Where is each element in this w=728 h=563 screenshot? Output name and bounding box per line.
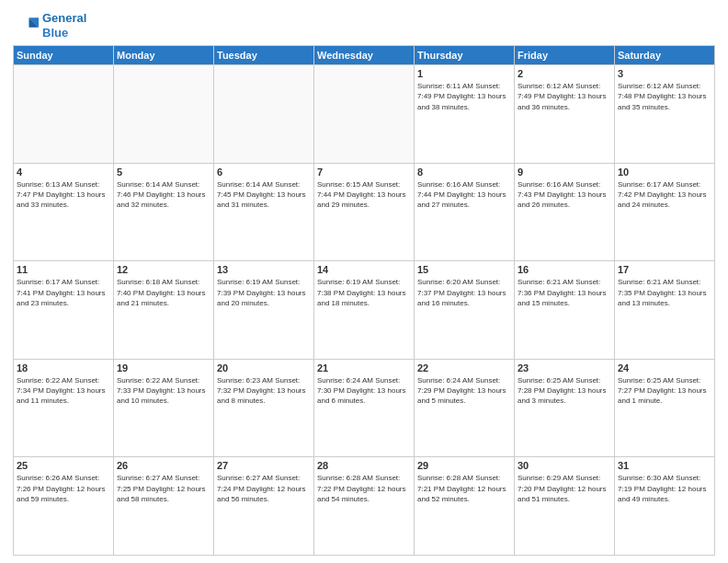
day-info: Sunrise: 6:29 AM Sunset: 7:20 PM Dayligh… <box>518 473 611 504</box>
day-number: 15 <box>417 264 511 275</box>
calendar-cell: 29Sunrise: 6:28 AM Sunset: 7:21 PM Dayli… <box>415 457 515 556</box>
day-info: Sunrise: 6:21 AM Sunset: 7:35 PM Dayligh… <box>618 277 711 308</box>
day-info: Sunrise: 6:14 AM Sunset: 7:46 PM Dayligh… <box>117 179 210 211</box>
day-number: 12 <box>117 264 210 275</box>
logo-text: General Blue <box>42 11 86 40</box>
day-number: 14 <box>317 264 411 275</box>
day-number: 26 <box>117 460 210 471</box>
calendar-cell: 4Sunrise: 6:13 AM Sunset: 7:47 PM Daylig… <box>14 163 114 261</box>
day-info: Sunrise: 6:26 AM Sunset: 7:26 PM Dayligh… <box>17 473 110 504</box>
calendar-cell: 15Sunrise: 6:20 AM Sunset: 7:37 PM Dayli… <box>415 261 515 360</box>
day-number: 31 <box>618 460 711 471</box>
calendar-cell: 3Sunrise: 6:12 AM Sunset: 7:48 PM Daylig… <box>615 65 715 164</box>
calendar-cell: 12Sunrise: 6:18 AM Sunset: 7:40 PM Dayli… <box>114 261 214 360</box>
calendar-cell: 22Sunrise: 6:24 AM Sunset: 7:29 PM Dayli… <box>415 359 515 457</box>
calendar-cell: 27Sunrise: 6:27 AM Sunset: 7:24 PM Dayli… <box>214 457 314 556</box>
day-number: 21 <box>317 362 411 373</box>
logo-icon <box>13 13 39 39</box>
day-number: 4 <box>17 167 110 178</box>
day-info: Sunrise: 6:23 AM Sunset: 7:32 PM Dayligh… <box>217 375 311 407</box>
day-number: 11 <box>17 264 110 275</box>
day-number: 9 <box>518 167 611 178</box>
calendar-cell: 26Sunrise: 6:27 AM Sunset: 7:25 PM Dayli… <box>114 457 214 556</box>
page: General Blue SundayMondayTuesdayWednesda… <box>0 0 728 563</box>
calendar-cell: 23Sunrise: 6:25 AM Sunset: 7:28 PM Dayli… <box>515 359 615 457</box>
logo: General Blue <box>13 11 86 40</box>
weekday-header: Tuesday <box>214 46 314 65</box>
day-info: Sunrise: 6:30 AM Sunset: 7:19 PM Dayligh… <box>618 473 711 504</box>
calendar-cell: 21Sunrise: 6:24 AM Sunset: 7:30 PM Dayli… <box>314 359 415 457</box>
day-number: 20 <box>217 362 311 373</box>
calendar-cell: 8Sunrise: 6:16 AM Sunset: 7:44 PM Daylig… <box>415 163 515 261</box>
calendar-cell: 7Sunrise: 6:15 AM Sunset: 7:44 PM Daylig… <box>314 163 415 261</box>
day-number: 25 <box>17 460 110 471</box>
calendar-cell: 1Sunrise: 6:11 AM Sunset: 7:49 PM Daylig… <box>415 65 515 164</box>
day-number: 18 <box>17 362 110 373</box>
day-info: Sunrise: 6:17 AM Sunset: 7:41 PM Dayligh… <box>17 277 110 308</box>
day-number: 29 <box>417 460 511 471</box>
day-number: 6 <box>217 167 311 178</box>
calendar-table: SundayMondayTuesdayWednesdayThursdayFrid… <box>13 45 715 556</box>
day-number: 28 <box>317 460 411 471</box>
calendar-cell: 14Sunrise: 6:19 AM Sunset: 7:38 PM Dayli… <box>314 261 415 360</box>
calendar-cell <box>214 65 314 164</box>
day-info: Sunrise: 6:13 AM Sunset: 7:47 PM Dayligh… <box>17 179 110 211</box>
day-info: Sunrise: 6:25 AM Sunset: 7:28 PM Dayligh… <box>518 375 611 407</box>
day-number: 16 <box>518 264 611 275</box>
calendar-cell: 11Sunrise: 6:17 AM Sunset: 7:41 PM Dayli… <box>14 261 114 360</box>
calendar-cell: 6Sunrise: 6:14 AM Sunset: 7:45 PM Daylig… <box>214 163 314 261</box>
calendar-cell: 13Sunrise: 6:19 AM Sunset: 7:39 PM Dayli… <box>214 261 314 360</box>
day-info: Sunrise: 6:14 AM Sunset: 7:45 PM Dayligh… <box>217 179 311 211</box>
day-info: Sunrise: 6:17 AM Sunset: 7:42 PM Dayligh… <box>618 179 711 211</box>
calendar-cell: 24Sunrise: 6:25 AM Sunset: 7:27 PM Dayli… <box>615 359 715 457</box>
day-info: Sunrise: 6:28 AM Sunset: 7:21 PM Dayligh… <box>417 473 511 504</box>
day-number: 8 <box>417 167 511 178</box>
calendar-cell: 30Sunrise: 6:29 AM Sunset: 7:20 PM Dayli… <box>515 457 615 556</box>
day-number: 7 <box>317 167 411 178</box>
day-info: Sunrise: 6:22 AM Sunset: 7:33 PM Dayligh… <box>117 375 210 407</box>
day-info: Sunrise: 6:24 AM Sunset: 7:29 PM Dayligh… <box>417 375 511 407</box>
calendar-cell: 28Sunrise: 6:28 AM Sunset: 7:22 PM Dayli… <box>314 457 415 556</box>
day-info: Sunrise: 6:22 AM Sunset: 7:34 PM Dayligh… <box>17 375 110 407</box>
day-info: Sunrise: 6:24 AM Sunset: 7:30 PM Dayligh… <box>317 375 411 407</box>
calendar-cell: 31Sunrise: 6:30 AM Sunset: 7:19 PM Dayli… <box>615 457 715 556</box>
calendar-cell <box>114 65 214 164</box>
day-number: 24 <box>618 362 711 373</box>
day-info: Sunrise: 6:12 AM Sunset: 7:48 PM Dayligh… <box>618 81 711 112</box>
day-number: 10 <box>618 167 711 178</box>
day-number: 2 <box>518 68 611 79</box>
day-info: Sunrise: 6:11 AM Sunset: 7:49 PM Dayligh… <box>417 81 511 112</box>
day-number: 27 <box>217 460 311 471</box>
day-info: Sunrise: 6:16 AM Sunset: 7:43 PM Dayligh… <box>518 179 611 211</box>
calendar-cell: 10Sunrise: 6:17 AM Sunset: 7:42 PM Dayli… <box>615 163 715 261</box>
day-info: Sunrise: 6:16 AM Sunset: 7:44 PM Dayligh… <box>417 179 511 211</box>
day-info: Sunrise: 6:12 AM Sunset: 7:49 PM Dayligh… <box>518 81 611 112</box>
calendar-cell: 18Sunrise: 6:22 AM Sunset: 7:34 PM Dayli… <box>14 359 114 457</box>
calendar-cell: 9Sunrise: 6:16 AM Sunset: 7:43 PM Daylig… <box>515 163 615 261</box>
header: General Blue <box>13 11 715 40</box>
calendar-cell: 17Sunrise: 6:21 AM Sunset: 7:35 PM Dayli… <box>615 261 715 360</box>
day-info: Sunrise: 6:15 AM Sunset: 7:44 PM Dayligh… <box>317 179 411 211</box>
calendar-cell: 5Sunrise: 6:14 AM Sunset: 7:46 PM Daylig… <box>114 163 214 261</box>
day-info: Sunrise: 6:27 AM Sunset: 7:25 PM Dayligh… <box>117 473 210 504</box>
day-number: 1 <box>417 68 511 79</box>
weekday-header: Friday <box>515 46 615 65</box>
calendar-cell <box>14 65 114 164</box>
calendar-cell <box>314 65 415 164</box>
weekday-header: Monday <box>114 46 214 65</box>
calendar-cell: 19Sunrise: 6:22 AM Sunset: 7:33 PM Dayli… <box>114 359 214 457</box>
day-number: 19 <box>117 362 210 373</box>
day-number: 30 <box>518 460 611 471</box>
weekday-header: Sunday <box>14 46 114 65</box>
day-info: Sunrise: 6:20 AM Sunset: 7:37 PM Dayligh… <box>417 277 511 308</box>
day-number: 17 <box>618 264 711 275</box>
calendar-cell: 2Sunrise: 6:12 AM Sunset: 7:49 PM Daylig… <box>515 65 615 164</box>
day-info: Sunrise: 6:28 AM Sunset: 7:22 PM Dayligh… <box>317 473 411 504</box>
day-number: 5 <box>117 167 210 178</box>
weekday-header: Thursday <box>415 46 515 65</box>
calendar-cell: 25Sunrise: 6:26 AM Sunset: 7:26 PM Dayli… <box>14 457 114 556</box>
day-number: 13 <box>217 264 311 275</box>
weekday-header: Saturday <box>615 46 715 65</box>
day-number: 23 <box>518 362 611 373</box>
weekday-header: Wednesday <box>314 46 415 65</box>
